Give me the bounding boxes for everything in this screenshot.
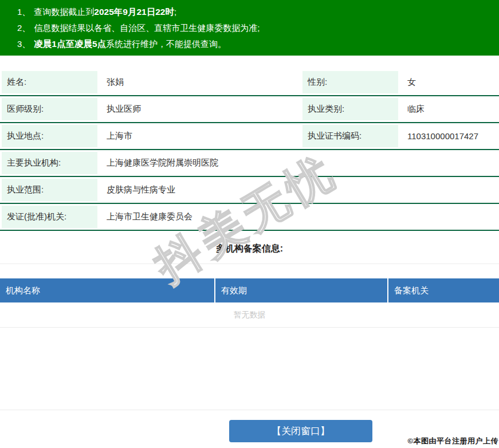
uploader-credit-watermark: ©本图由平台注册用户上传	[407, 436, 498, 446]
field-label-main-org: 主要执业机构:	[2, 152, 97, 174]
field-value-gender: 女	[398, 69, 499, 95]
field-label-issuer: 发证(批准)机关:	[2, 206, 97, 228]
notice-line-number: 3、	[17, 39, 30, 49]
notice-line-number: 2、	[17, 23, 30, 33]
multi-org-section: 多机构备案信息: 机构名称 有效期 备案机关 暂无数据	[0, 231, 499, 328]
notice-bold-text: 凌晨1点至凌晨5点	[34, 39, 106, 49]
field-label-scope: 执业范围:	[2, 179, 97, 201]
empty-data-message: 暂无数据	[0, 302, 499, 328]
section-title: 多机构备案信息:	[0, 231, 499, 264]
notice-text: 系统进行维护，不能提供查询。	[106, 39, 226, 49]
divider	[0, 264, 499, 264]
field-label-gender: 性别:	[302, 71, 398, 93]
spacer	[0, 328, 499, 410]
table-row: 主要执业机构: 上海健康医学院附属崇明医院	[0, 150, 499, 177]
notice-line-3: 3、凌晨1点至凌晨5点系统进行维护，不能提供查询。	[17, 36, 493, 52]
table-row: 执业地点: 上海市 执业证书编码: 110310000017427	[0, 123, 499, 150]
field-label-location: 执业地点:	[2, 125, 97, 147]
table-row: 执业范围: 皮肤病与性病专业	[0, 177, 499, 204]
field-value-level: 执业医师	[97, 96, 301, 122]
field-label-cert-no: 执业证书编码:	[302, 125, 398, 147]
field-value-scope: 皮肤病与性病专业	[97, 177, 499, 203]
table-row: 医师级别: 执业医师 执业类别: 临床	[0, 96, 499, 123]
notice-line-1: 1、查询数据截止到2025年9月21日22时;	[17, 4, 493, 20]
notice-line-number: 1、	[17, 7, 30, 17]
notice-bold-text: 2025年9月21日22时	[94, 7, 174, 17]
notice-banner: 1、查询数据截止到2025年9月21日22时; 2、信息数据结果以各省、自治区、…	[0, 0, 499, 56]
field-value-name: 张娟	[97, 69, 301, 95]
field-value-main-org: 上海健康医学院附属崇明医院	[97, 150, 499, 176]
notice-text: 信息数据结果以各省、自治区、直辖市卫生健康委数据为准;	[34, 23, 260, 33]
field-label-name: 姓名:	[2, 71, 97, 93]
field-value-issuer: 上海市卫生健康委员会	[97, 204, 499, 230]
notice-line-2: 2、信息数据结果以各省、自治区、直辖市卫生健康委数据为准;	[17, 20, 493, 36]
practitioner-info-table: 姓名: 张娟 性别: 女 医师级别: 执业医师 执业类别: 临床 执业地点: 上…	[0, 69, 499, 231]
notice-text: 查询数据截止到	[34, 7, 94, 17]
column-header-filing-authority: 备案机关	[387, 278, 499, 302]
notice-text: ;	[174, 7, 176, 17]
table-row: 姓名: 张娟 性别: 女	[0, 69, 499, 96]
column-header-org-name: 机构名称	[0, 278, 214, 302]
close-window-button[interactable]: 【关闭窗口】	[229, 420, 372, 442]
field-value-cert-no: 110310000017427	[398, 123, 499, 149]
field-value-location: 上海市	[97, 123, 301, 149]
org-table-header-row: 机构名称 有效期 备案机关	[0, 278, 499, 302]
field-label-category: 执业类别:	[302, 98, 398, 120]
field-label-level: 医师级别:	[2, 98, 97, 120]
table-row: 发证(批准)机关: 上海市卫生健康委员会	[0, 204, 499, 231]
column-header-validity: 有效期	[214, 278, 387, 302]
field-value-category: 临床	[398, 96, 499, 122]
